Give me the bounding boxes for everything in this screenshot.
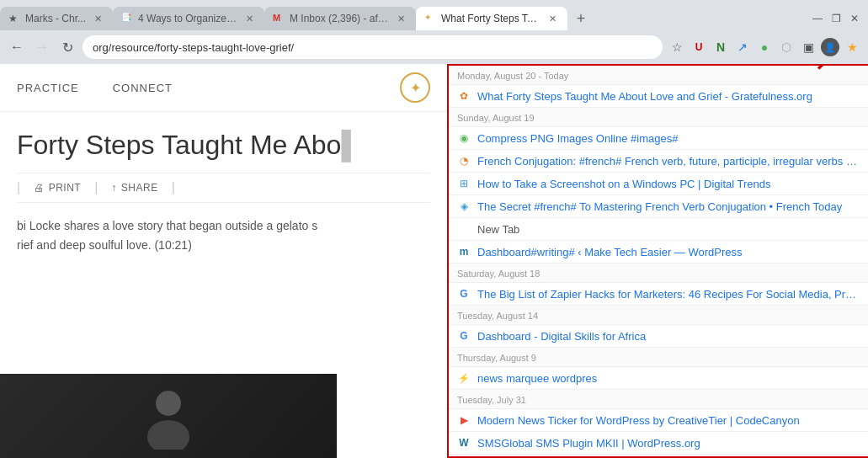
tab3-label: M Inbox (2,396) - afamonyi... — [290, 13, 389, 24]
history-date-aug14: Tuesday, August 14 — [449, 306, 868, 325]
history-text-compress-png: Compress PNG Images Online #images# — [477, 132, 860, 145]
history-date-aug18: Saturday, August 18 — [449, 264, 868, 283]
history-group-aug18: Saturday, August 18 G The Big List of Za… — [449, 264, 868, 306]
favicon-smsglobal: W — [457, 436, 471, 450]
history-item-smsglobal[interactable]: W SMSGlobal SMS Plugin MKII | WordPress.… — [449, 432, 868, 455]
tab4-favicon: ✦ — [424, 13, 436, 24]
share-label: SHARE — [121, 182, 158, 194]
extension2-icon[interactable]: N — [711, 38, 730, 56]
favicon-digital-skills: G — [457, 329, 471, 343]
star-icon[interactable]: ★ — [843, 38, 861, 56]
main-layout: PRACTICE CONNECT ✦ Forty Steps Taught Me… — [0, 64, 868, 458]
history-item-french-secret[interactable]: ◈ The Secret #french# To Mastering Frenc… — [449, 195, 868, 218]
history-item-compress-png[interactable]: ◉ Compress PNG Images Online #images# — [449, 127, 868, 150]
tab4-label: What Forty Steps Taught... — [441, 13, 541, 24]
minimize-button[interactable]: — — [809, 10, 826, 27]
close-button[interactable]: ✕ — [846, 10, 863, 27]
page-nav: PRACTICE CONNECT ✦ — [0, 64, 447, 112]
url-input[interactable] — [83, 35, 663, 59]
tab4-close[interactable]: ✕ — [546, 12, 559, 25]
history-text-new-tab: New Tab — [477, 223, 860, 236]
bookmark-icon[interactable]: ☆ — [668, 38, 686, 56]
profile-icon[interactable]: 👤 — [821, 38, 839, 56]
print-icon: 🖨 — [34, 182, 45, 194]
favicon-dashboard-writing: m — [457, 245, 471, 258]
history-panel[interactable]: Monday, August 20 - Today ✿ What Forty S… — [447, 64, 868, 458]
page-content-area: PRACTICE CONNECT ✦ Forty Steps Taught Me… — [0, 64, 447, 458]
history-text-smsglobal: SMSGlobal SMS Plugin MKII | WordPress.or… — [477, 437, 860, 450]
history-date-aug19: Sunday, August 19 — [449, 108, 868, 127]
history-item-digital-skills[interactable]: G Dashboard - Digital Skills for Africa — [449, 325, 868, 348]
history-group-aug20: Monday, August 20 - Today ✿ What Forty S… — [449, 66, 868, 108]
history-text-dashboard-writing: Dashboard#writing# ‹ Make Tech Easier — … — [477, 246, 860, 258]
print-label: PRINT — [49, 182, 82, 194]
favicon-french-secret: ◈ — [457, 200, 471, 213]
tab2-favicon: 📑 — [121, 13, 133, 24]
extension4-icon[interactable]: ● — [755, 38, 774, 56]
history-text-french-secret: The Secret #french# To Mastering French … — [477, 200, 860, 213]
action-sep-middle: | — [94, 180, 98, 195]
window-controls: — ❐ ✕ — [809, 10, 868, 30]
history-text-screenshot: How to Take a Screenshot on a Windows PC… — [477, 178, 860, 190]
article-description: bi Locke shares a love story that began … — [17, 216, 430, 254]
new-tab-button[interactable]: + — [569, 7, 593, 30]
extension6-icon[interactable]: ▣ — [799, 38, 817, 56]
address-bar: ← → ↻ ☆ U N ↗ ● ⬡ ▣ 👤 ★ — [0, 30, 868, 64]
history-group-aug9: Thursday, August 9 ⚡ news marquee wordpr… — [449, 348, 868, 390]
history-item-zapier[interactable]: G The Big List of Zapier Hacks for Marke… — [449, 283, 868, 306]
nav-connect[interactable]: CONNECT — [113, 82, 173, 94]
tab2-close[interactable]: ✕ — [242, 12, 256, 25]
tab-organize[interactable]: 📑 4 Ways to Organize Chr... ✕ — [113, 7, 264, 30]
history-item-election[interactable]: T Election - Political WordPress Theme b… — [449, 455, 868, 458]
favicon-new-tab — [457, 222, 471, 236]
back-button[interactable]: ← — [7, 37, 27, 57]
extension3-icon[interactable]: ↗ — [733, 38, 752, 56]
tab1-label: Marks - Chr... — [25, 13, 86, 24]
nav-practice[interactable]: PRACTICE — [17, 82, 79, 94]
page-actions: | 🖨 PRINT | ↑ SHARE | — [17, 173, 430, 203]
history-item-dashboard-writing[interactable]: m Dashboard#writing# ‹ Make Tech Easier … — [449, 241, 868, 264]
extension5-icon[interactable]: ⬡ — [777, 38, 796, 56]
history-item-new-tab[interactable]: New Tab — [449, 218, 868, 241]
tab-marks[interactable]: ★ Marks - Chr... ✕ — [0, 7, 113, 30]
tab3-favicon: M — [273, 13, 285, 24]
site-logo[interactable]: ✦ — [400, 72, 430, 103]
history-item-screenshot[interactable]: ⊞ How to Take a Screenshot on a Windows … — [449, 173, 868, 195]
share-button[interactable]: ↑ SHARE — [111, 182, 157, 194]
history-group-aug14: Tuesday, August 14 G Dashboard - Digital… — [449, 306, 868, 348]
history-group-jul31: Tuesday, July 31 ▶ Modern News Ticker fo… — [449, 390, 868, 458]
page-title: Forty Steps Taught Me Abo▌ — [17, 129, 430, 161]
tab1-close[interactable]: ✕ — [91, 12, 104, 25]
tab3-close[interactable]: ✕ — [394, 12, 407, 25]
history-text-news-ticker: Modern News Ticker for WordPress by Crea… — [477, 414, 860, 427]
history-item-gratefulness[interactable]: ✿ What Forty Steps Taught Me About Love … — [449, 85, 868, 108]
tab-bar: ★ Marks - Chr... ✕ 📑 4 Ways to Organize … — [0, 0, 868, 30]
history-item-news-marquee[interactable]: ⚡ news marquee wordpres — [449, 367, 868, 390]
favicon-news-ticker: ▶ — [457, 413, 471, 427]
forward-button[interactable]: → — [32, 37, 52, 57]
favicon-french-conj: ◔ — [457, 154, 471, 168]
tab-forty-steps[interactable]: ✦ What Forty Steps Taught... ✕ — [416, 7, 567, 30]
history-date-jul31: Tuesday, July 31 — [449, 390, 868, 409]
history-text-digital-skills: Dashboard - Digital Skills for Africa — [477, 330, 860, 343]
tab-gmail[interactable]: M M Inbox (2,396) - afamonyi... ✕ — [264, 7, 416, 30]
history-date-aug9: Thursday, August 9 — [449, 348, 868, 367]
history-date-aug20: Monday, August 20 - Today — [449, 66, 868, 85]
action-sep-right: | — [172, 180, 175, 195]
history-text-french-conj: French Conjugation: #french# French verb… — [477, 155, 860, 168]
favicon-gratefulness: ✿ — [457, 89, 471, 103]
favicon-news-marquee: ⚡ — [457, 371, 471, 385]
history-text-zapier: The Big List of Zapier Hacks for Markete… — [477, 288, 860, 301]
history-item-french-conj[interactable]: ◔ French Conjugation: #french# French ve… — [449, 150, 868, 173]
action-sep-left: | — [17, 180, 20, 195]
toolbar-icons: ☆ U N ↗ ● ⬡ ▣ 👤 ★ — [668, 38, 861, 56]
history-item-news-ticker[interactable]: ▶ Modern News Ticker for WordPress by Cr… — [449, 409, 868, 432]
tab1-favicon: ★ — [8, 13, 20, 24]
restore-button[interactable]: ❐ — [828, 10, 844, 27]
refresh-button[interactable]: ↻ — [57, 37, 77, 57]
share-icon: ↑ — [111, 182, 117, 194]
svg-point-0 — [156, 391, 181, 416]
history-group-aug19: Sunday, August 19 ◉ Compress PNG Images … — [449, 108, 868, 264]
print-button[interactable]: 🖨 PRINT — [34, 182, 81, 194]
extension1-icon[interactable]: U — [690, 38, 708, 56]
